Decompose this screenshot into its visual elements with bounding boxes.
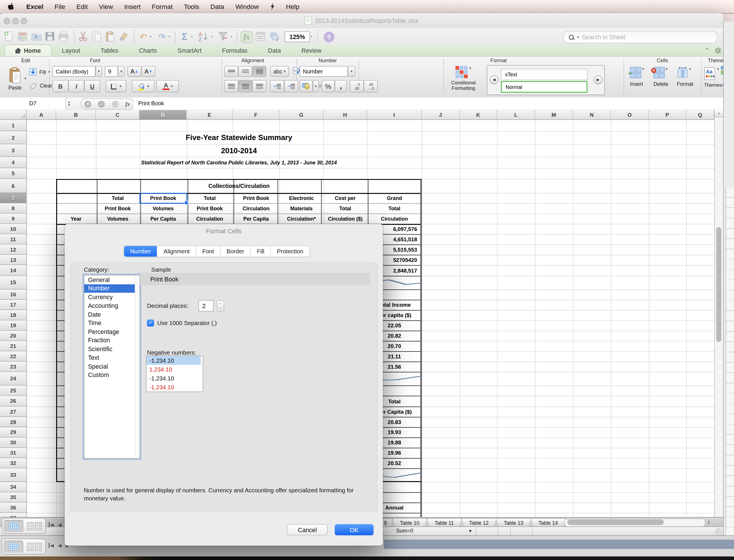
menu-item-insert[interactable]: Insert bbox=[119, 0, 146, 13]
name-box[interactable]: D7 bbox=[0, 98, 66, 110]
column-header-N[interactable]: N bbox=[573, 110, 611, 120]
negative-numbers-list[interactable]: -1,234.101,234.10-1,234.10-1,234.10 bbox=[146, 355, 203, 392]
tab-home[interactable]: Home bbox=[5, 44, 51, 56]
row-header-13[interactable]: 13 bbox=[0, 255, 27, 265]
cut-icon[interactable] bbox=[78, 31, 89, 42]
number-format-arrow[interactable]: ▾ bbox=[348, 66, 355, 77]
row-header-36[interactable]: 36 bbox=[0, 503, 27, 513]
ok-button[interactable]: OK bbox=[335, 524, 373, 535]
category-item-special[interactable]: Special bbox=[84, 362, 140, 371]
entry-option-icon[interactable] bbox=[112, 100, 119, 107]
row-header-20[interactable]: 20 bbox=[0, 331, 27, 341]
row-header-16[interactable]: 16 bbox=[0, 289, 27, 300]
fill-button[interactable]: Fill ▾ bbox=[29, 68, 50, 76]
font-family-arrow[interactable]: ▾ bbox=[96, 66, 102, 77]
row-header-1[interactable]: 1 bbox=[0, 120, 27, 131]
print-icon[interactable] bbox=[58, 31, 69, 42]
background-first-sheet-button[interactable]: ◀ bbox=[49, 543, 54, 548]
menu-item-help[interactable]: Help bbox=[281, 0, 305, 13]
row-header-17[interactable]: 17 bbox=[0, 300, 27, 310]
tab-data[interactable]: Data bbox=[258, 45, 291, 56]
negative-option-3[interactable]: -1,234.10 bbox=[147, 383, 203, 392]
cancel-entry-icon[interactable]: ✕ bbox=[84, 100, 91, 107]
category-item-currency[interactable]: Currency bbox=[84, 293, 140, 301]
row-header-19[interactable]: 19 bbox=[0, 320, 27, 331]
style-item-stext[interactable]: sText bbox=[501, 69, 587, 80]
table-header-cell-r7c4[interactable]: Print Book bbox=[233, 193, 279, 203]
align-left-button[interactable] bbox=[224, 80, 238, 92]
paste-button[interactable]: Paste bbox=[6, 67, 24, 94]
row-header-3[interactable]: 3 bbox=[0, 144, 27, 157]
window-resize-grip[interactable] bbox=[715, 528, 722, 535]
row-header-9[interactable]: 9 bbox=[0, 213, 27, 224]
paste-icon[interactable] bbox=[105, 31, 116, 42]
category-item-accounting[interactable]: Accounting bbox=[84, 302, 140, 310]
category-item-scientific[interactable]: Scientific bbox=[84, 345, 140, 353]
column-header-P[interactable]: P bbox=[649, 110, 686, 120]
column-header-O[interactable]: O bbox=[611, 110, 649, 120]
dialog-tab-font[interactable]: Font bbox=[196, 246, 221, 257]
row-header-34[interactable]: 34 bbox=[0, 482, 27, 492]
zoom-control[interactable]: 125% bbox=[285, 31, 310, 42]
comma-button[interactable]: , bbox=[335, 80, 347, 92]
undo-icon[interactable]: ↶ bbox=[138, 31, 149, 42]
style-gallery-left-arrow[interactable]: ◀ bbox=[490, 75, 498, 84]
font-size-arrow[interactable]: ▾ bbox=[118, 66, 124, 77]
horizontal-scrollbar[interactable] bbox=[564, 518, 705, 527]
table-header-cell-r8c1[interactable]: Print Book bbox=[96, 203, 140, 214]
tab-layout[interactable]: Layout bbox=[52, 45, 91, 56]
accept-entry-icon[interactable]: ✓ bbox=[98, 100, 105, 107]
column-header-A[interactable]: A bbox=[27, 110, 56, 120]
table-header-cell-r9c4[interactable]: Per Capita bbox=[233, 213, 279, 224]
formula-input[interactable]: Print Book bbox=[133, 98, 723, 110]
help-icon[interactable]: ? bbox=[323, 31, 335, 43]
negative-option-0[interactable]: -1,234.10 bbox=[147, 356, 201, 365]
row-header-22[interactable]: 22 bbox=[0, 351, 27, 361]
table-header-cell-r7c3[interactable]: Total bbox=[187, 193, 233, 203]
dialog-tab-fill[interactable]: Fill bbox=[251, 246, 271, 257]
new-workbook-icon[interactable] bbox=[4, 31, 15, 42]
style-gallery-right-arrow[interactable]: ▶ bbox=[593, 75, 602, 84]
tab-tables[interactable]: Tables bbox=[90, 45, 129, 56]
column-header-G[interactable]: G bbox=[280, 110, 324, 120]
page-layout-view-button[interactable] bbox=[24, 520, 44, 532]
number-format-select[interactable]: Number bbox=[300, 66, 348, 77]
decimal-places-input[interactable]: 2 bbox=[198, 300, 213, 312]
row-header-28[interactable]: 28 bbox=[0, 417, 27, 427]
row-header-25[interactable]: 25 bbox=[0, 386, 27, 396]
dialog-tab-protection[interactable]: Protection bbox=[271, 246, 310, 257]
filter-dropdown-arrow[interactable]: ▾ bbox=[230, 35, 232, 39]
menu-item-format[interactable]: Format bbox=[146, 0, 178, 13]
table-header-cell-r8c3[interactable]: Print Book bbox=[187, 203, 233, 214]
themes-button[interactable]: Aa ▾ Themes bbox=[704, 67, 722, 87]
row-header-2[interactable]: 2 bbox=[0, 131, 27, 144]
fill-color-button[interactable]: ▾ bbox=[132, 80, 154, 92]
category-item-custom[interactable]: Custom bbox=[84, 371, 140, 379]
sort-dropdown-arrow[interactable]: ▾ bbox=[211, 35, 213, 39]
table-header-cell-r9c6[interactable]: Circulation ($) bbox=[324, 213, 367, 224]
table-header-cell-r7c6[interactable]: Cost per bbox=[324, 193, 367, 203]
percent-button[interactable]: % bbox=[322, 80, 335, 92]
redo-dropdown-arrow[interactable]: ▾ bbox=[169, 35, 171, 39]
menu-item-data[interactable]: Data bbox=[205, 0, 230, 13]
insert-cells-button[interactable]: ▾ ⇐ Insert bbox=[630, 67, 644, 87]
underline-button[interactable]: U bbox=[84, 80, 100, 92]
toolbox-icon[interactable] bbox=[255, 31, 266, 42]
table-header-cell-r8c2[interactable]: Volumes bbox=[140, 203, 187, 214]
column-header-B[interactable]: B bbox=[56, 110, 96, 120]
align-bottom-button[interactable] bbox=[252, 66, 266, 77]
zoom-dropdown-arrow[interactable]: ▾ bbox=[310, 35, 312, 39]
increase-indent-button[interactable]: ⇒ bbox=[284, 80, 298, 92]
column-header-Q[interactable]: Q bbox=[686, 110, 714, 120]
sheet-tab-table-13[interactable]: Table 13 bbox=[496, 518, 531, 528]
status-summary-arrow[interactable]: ▼ bbox=[468, 529, 472, 533]
table-header-cell-r9c3[interactable]: Circulation bbox=[187, 213, 233, 224]
row-header-14[interactable]: 14 bbox=[0, 265, 27, 276]
row-header-33[interactable]: 33 bbox=[0, 468, 27, 482]
cancel-button[interactable]: Cancel bbox=[287, 524, 328, 535]
column-header-J[interactable]: J bbox=[422, 110, 459, 120]
format-cells-button[interactable]: ▾ Format bbox=[677, 67, 693, 87]
category-item-text[interactable]: Text bbox=[84, 353, 140, 362]
vertical-scrollbar[interactable]: ≡ bbox=[714, 110, 723, 517]
row-header-21[interactable]: 21 bbox=[0, 341, 27, 351]
